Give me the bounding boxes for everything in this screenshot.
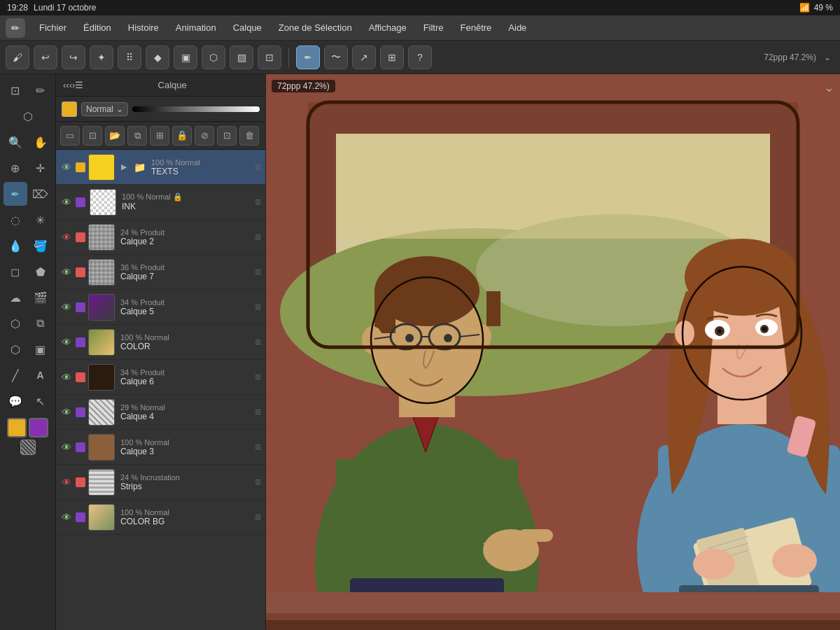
menu-animation[interactable]: Animation [169, 20, 223, 36]
layer-visibility-toggle[interactable]: 👁 [60, 511, 73, 524]
tool-eyedropper[interactable]: 💧 [4, 234, 27, 258]
toolbar-more-btn[interactable]: ⌄ [820, 50, 834, 64]
layer-visibility-toggle[interactable]: 👁 [60, 231, 73, 244]
layer-drag-handle[interactable]: ≡ [255, 301, 261, 314]
toolbar-anchor-btn[interactable]: ↗ [352, 46, 376, 69]
canvas-expand-btn[interactable]: ⌄ [824, 80, 834, 95]
tool-pencil-line[interactable]: ╱ [4, 363, 27, 387]
layer-opacity-slider[interactable] [132, 106, 260, 112]
tool-dodge[interactable]: ☁ [4, 286, 27, 309]
tool-draw[interactable]: ✒ [4, 182, 27, 206]
menu-aide[interactable]: Aide [501, 20, 533, 36]
layer-color-indicator[interactable] [62, 102, 77, 117]
tool-pan[interactable]: ✋ [29, 130, 52, 154]
tool-smudge[interactable]: ⬟ [29, 260, 52, 284]
layer-drag-handle[interactable]: ≡ [255, 231, 261, 244]
tool-paint-bucket[interactable]: 🪣 [29, 234, 52, 258]
toolbar-redo-btn[interactable]: ↪ [62, 46, 85, 69]
layer-drag-handle[interactable]: ≡ [255, 196, 261, 209]
layer-drag-handle[interactable]: ≡ [255, 161, 261, 174]
layer-visibility-toggle[interactable]: 👁 [60, 441, 73, 454]
layers-hamburger[interactable]: ☰ [75, 80, 83, 90]
layer-drag-handle[interactable]: ≡ [255, 371, 261, 384]
open-folder-btn[interactable]: 📂 [105, 126, 125, 146]
menu-fenetre[interactable]: Fenêtre [454, 20, 499, 36]
layer-item[interactable]: 👁 100 % Normal Calque 3 ≡ [56, 430, 265, 465]
toolbar-transform-btn[interactable]: ▣ [174, 46, 197, 69]
tool-lasso[interactable]: ⌦ [29, 182, 52, 206]
layer-lock-btn[interactable]: 🔒 [172, 126, 192, 146]
toolbar-help-btn[interactable]: ? [408, 46, 432, 69]
layer-visibility-toggle[interactable]: 👁 [60, 161, 73, 174]
layer-item[interactable]: 👁 34 % Produit Calque 5 ≡ [56, 290, 265, 325]
layer-visibility-toggle[interactable]: 👁 [60, 196, 73, 209]
menu-affichage[interactable]: Affichage [362, 20, 414, 36]
layer-drag-handle[interactable]: ≡ [255, 266, 261, 279]
layer-item[interactable]: 👁 100 % Normal 🔒 INK ≡ [56, 185, 265, 220]
toolbar-crop-btn[interactable]: ⊡ [258, 46, 281, 69]
tool-pen[interactable]: ✏ [29, 78, 52, 102]
toolbar-undo-btn[interactable]: ↩ [34, 46, 57, 69]
tool-select-poly[interactable]: ✳ [29, 208, 52, 232]
toolbar-brush-btn[interactable]: 🖌 [6, 46, 29, 69]
tool-anchor[interactable]: ⬡ [4, 337, 27, 361]
layer-drag-handle[interactable]: ≡ [255, 406, 261, 419]
layer-mode-selector[interactable]: Normal ⌄ [81, 102, 128, 116]
layer-drag-handle[interactable]: ≡ [255, 441, 261, 454]
menu-filtre[interactable]: Filtre [416, 20, 451, 36]
tool-transform-move[interactable]: ⊕ [4, 156, 27, 180]
layer-item[interactable]: 👁 ▶ 📁 100 % Normal TEXTS ≡ [56, 150, 265, 185]
layer-delete-btn[interactable]: 🗑 [239, 126, 259, 146]
layer-item[interactable]: 👁 100 % Normal COLOR ≡ [56, 325, 265, 360]
layers-nav-arrows[interactable]: ‹‹ [66, 80, 72, 90]
tool-move[interactable]: ✛ [29, 156, 52, 180]
toolbar-dots-btn[interactable]: ⠿ [118, 46, 141, 69]
layer-visibility-toggle[interactable]: 👁 [60, 476, 73, 489]
tool-layers[interactable]: ⧉ [29, 312, 52, 335]
layer-visibility-toggle[interactable]: 👁 [60, 266, 73, 279]
layer-drag-handle[interactable]: ≡ [255, 511, 261, 524]
menu-histoire[interactable]: Histoire [121, 20, 166, 36]
tool-shape[interactable]: ⬡ [4, 312, 27, 335]
layer-copy-btn[interactable]: ⧉ [127, 126, 147, 146]
new-layer-import-btn[interactable]: ⊡ [83, 126, 102, 146]
layer-item[interactable]: 👁 24 % Produit Calque 2 ≡ [56, 220, 265, 255]
tool-eraser[interactable]: ◻ [4, 260, 27, 284]
toolbar-select-btn[interactable]: ▨ [230, 46, 253, 69]
layer-item[interactable]: 👁 29 % Normal Calque 4 ≡ [56, 395, 265, 430]
pattern-swatch[interactable] [20, 440, 36, 455]
layer-visibility-toggle[interactable]: 👁 [60, 301, 73, 314]
tool-select-circle[interactable]: ◌ [4, 208, 27, 232]
tool-history-brush[interactable]: ⬡ [16, 104, 40, 128]
tool-zoom[interactable]: 🔍 [4, 130, 27, 154]
toolbar-pen-btn[interactable]: ✒ [296, 46, 320, 69]
layer-item[interactable]: 👁 100 % Normal COLOR BG ≡ [56, 500, 265, 535]
secondary-color-swatch[interactable] [29, 418, 48, 438]
toolbar-grid-btn[interactable]: ⊞ [380, 46, 404, 69]
layer-visibility-toggle[interactable]: 👁 [60, 406, 73, 419]
toolbar-fill-btn[interactable]: ◆ [146, 46, 169, 69]
tool-film[interactable]: 🎬 [29, 286, 52, 309]
layer-visibility-toggle[interactable]: 👁 [60, 371, 73, 384]
menu-calque[interactable]: Calque [226, 20, 269, 36]
tool-square[interactable]: ▣ [29, 337, 52, 361]
tool-cursor[interactable]: ↖ [29, 389, 52, 413]
toolbar-lasso-btn[interactable]: ⬡ [202, 46, 225, 69]
layer-drag-handle[interactable]: ≡ [255, 476, 261, 489]
toolbar-sun-btn[interactable]: ✦ [90, 46, 113, 69]
new-layer-rect-btn[interactable]: ▭ [60, 126, 80, 146]
layer-paste-btn[interactable]: ⊞ [150, 126, 169, 146]
toolbar-curve-btn[interactable]: 〜 [324, 46, 348, 69]
menu-edition[interactable]: Édition [76, 20, 118, 36]
tool-select[interactable]: ⊡ [4, 78, 27, 102]
layer-special-btn[interactable]: ⊘ [195, 126, 214, 146]
layer-item[interactable]: 👁 36 % Produit Calque 7 ≡ [56, 255, 265, 290]
layer-visibility-toggle[interactable]: 👁 [60, 336, 73, 349]
primary-color-swatch[interactable] [7, 418, 27, 438]
menu-zone-selection[interactable]: Zone de Sélection [272, 20, 359, 36]
layer-settings-btn[interactable]: ⊡ [217, 126, 237, 146]
layer-item[interactable]: 👁 24 % Incrustation Strips ≡ [56, 465, 265, 500]
layer-item[interactable]: 👁 34 % Produit Calque 6 ≡ [56, 360, 265, 395]
menu-fichier[interactable]: Fichier [32, 20, 74, 36]
tool-text[interactable]: A [29, 363, 52, 387]
